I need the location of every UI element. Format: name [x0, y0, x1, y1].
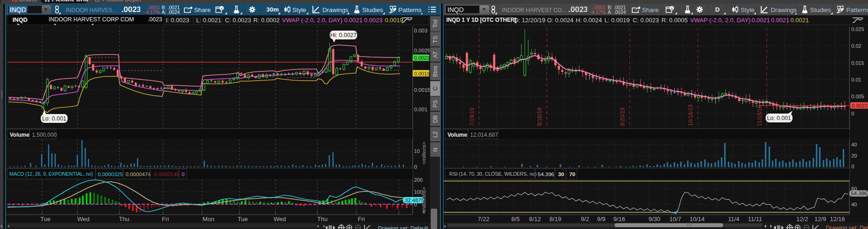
svg-text:Tue: Tue [40, 216, 50, 223]
svg-text:0.0023: 0.0023 [414, 55, 430, 61]
svg-text:0: 0 [414, 164, 417, 170]
svg-text:12/2: 12/2 [796, 216, 808, 223]
svg-text:Volume: Volume [447, 132, 467, 138]
svg-text:8/19: 8/19 [549, 216, 561, 223]
svg-text:Wed: Wed [274, 216, 286, 223]
svg-text:0.0019: 0.0019 [414, 71, 430, 76]
svg-text:RSI (14, 70, 30, CLOSE, WILDER: RSI (14, 70, 30, CLOSE, WILDERS, no) [449, 171, 536, 177]
svg-text:9/16: 9/16 [613, 216, 625, 223]
svg-text:0.003: 0.003 [414, 28, 428, 33]
svg-text:54.396: 54.396 [538, 172, 554, 177]
svg-text:Hi: 0.0027: Hi: 0.0027 [330, 32, 357, 38]
svg-text:Volume: Volume [10, 132, 30, 138]
svg-text:12,014,687: 12,014,687 [470, 132, 498, 138]
svg-text:10/7: 10/7 [669, 216, 681, 223]
svg-text:Fri: Fri [358, 216, 365, 223]
svg-text:54.396: 54.396 [851, 191, 867, 196]
svg-text:<millions>: <millions> [421, 141, 427, 165]
svg-text:40: 40 [851, 202, 857, 207]
svg-text:Lo: 0.001: Lo: 0.001 [767, 115, 791, 121]
svg-text:7/19/19: 7/19/19 [469, 108, 475, 126]
svg-text:40: 40 [851, 142, 857, 147]
svg-text:Thu: Thu [119, 216, 129, 223]
svg-text:Lo: 0.001: Lo: 0.001 [42, 115, 66, 122]
svg-text:20: 20 [851, 153, 857, 159]
svg-text:Drawing set: Default: Drawing set: Default [826, 225, 868, 229]
svg-text:8/5: 8/5 [511, 216, 520, 223]
svg-text:0: 0 [851, 111, 854, 116]
svg-text:8/16/19: 8/16/19 [536, 108, 543, 126]
svg-text:0: 0 [851, 164, 854, 169]
svg-text:0.0023: 0.0023 [852, 103, 868, 108]
svg-text:30: 30 [558, 172, 564, 177]
svg-text:0.0015: 0.0015 [414, 87, 430, 93]
svg-text:MACD (12, 26, 9, EXPONENTIAL,: MACD (12, 26, 9, EXPONENTIAL, no) [9, 171, 93, 177]
svg-text:0.0000325: 0.0000325 [98, 172, 123, 177]
svg-text:0.0025: 0.0025 [414, 48, 430, 53]
svg-text:12/9: 12/9 [814, 216, 826, 223]
svg-text:Thu: Thu [317, 216, 327, 223]
svg-text:12/16: 12/16 [830, 216, 845, 223]
svg-text:70: 70 [569, 172, 575, 177]
svg-text:8/12: 8/12 [529, 216, 541, 223]
svg-text:Tue: Tue [238, 216, 248, 223]
svg-text:11/4: 11/4 [728, 216, 739, 223]
svg-text:0.0000474: 0.0000474 [126, 172, 151, 177]
svg-text:0.02: 0.02 [851, 43, 861, 49]
svg-text:1,500,000: 1,500,000 [32, 132, 57, 138]
svg-text:10/14: 10/14 [690, 216, 705, 223]
svg-text:9/9: 9/9 [597, 216, 605, 223]
svg-text:9/2: 9/2 [581, 216, 589, 223]
svg-text:200: 200 [414, 177, 422, 183]
svg-text:0.005: 0.005 [851, 94, 864, 99]
svg-text:Drawing set: Default: Drawing set: Default [378, 225, 428, 229]
svg-text:0.025: 0.025 [851, 26, 864, 32]
svg-text:10/18/19: 10/18/19 [687, 104, 694, 126]
svg-text:9/20/19: 9/20/19 [619, 108, 626, 126]
svg-text:0.015: 0.015 [851, 60, 864, 66]
svg-text:7/22: 7/22 [478, 216, 489, 223]
svg-text:-0.0000149: -0.0000149 [152, 172, 179, 177]
svg-text:0.01: 0.01 [851, 77, 861, 83]
svg-text:0.001: 0.001 [414, 107, 428, 112]
svg-text:11/11: 11/11 [748, 216, 762, 223]
svg-text:9/30: 9/30 [648, 216, 660, 223]
svg-text:Fri: Fri [162, 216, 169, 223]
svg-text:Wed: Wed [77, 216, 90, 223]
svg-text:Mon: Mon [202, 216, 214, 223]
svg-text:0: 0 [182, 172, 184, 177]
svg-text:10: 10 [414, 148, 420, 154]
